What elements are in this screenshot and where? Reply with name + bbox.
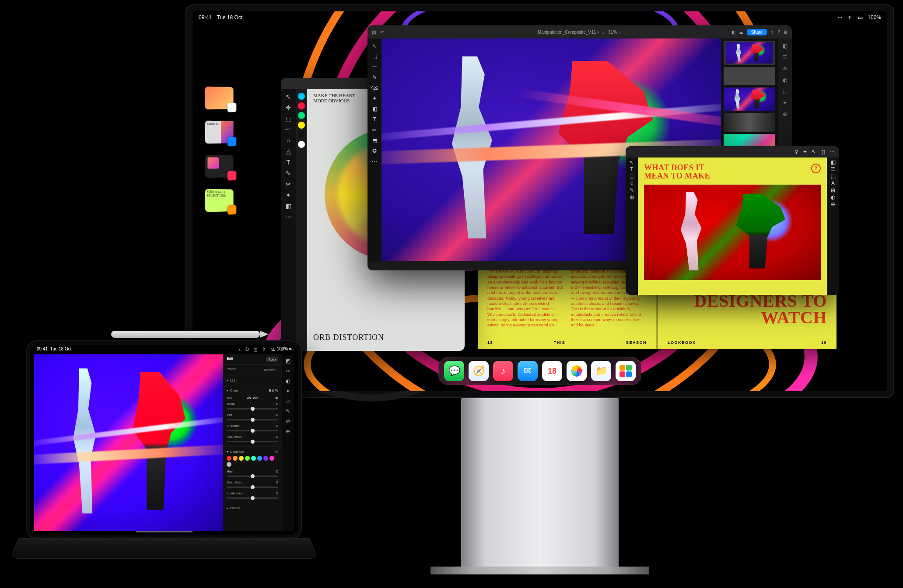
crop-tool-icon[interactable]: ✂ [284, 179, 293, 189]
slider-track[interactable] [227, 476, 278, 477]
swatch[interactable] [298, 141, 305, 148]
selection-tool-icon[interactable]: ⬚ [370, 52, 379, 61]
page-image-frame[interactable] [644, 185, 821, 280]
dock-calendar[interactable]: 18 [542, 361, 562, 381]
colormix-swatch[interactable] [251, 456, 256, 461]
expand-icon[interactable]: ▾ [227, 450, 228, 454]
target-icon[interactable]: ◎ [275, 450, 278, 454]
dock-files[interactable]: 📁 [591, 361, 611, 381]
text-tool-icon[interactable]: T [630, 166, 633, 172]
swatch[interactable] [298, 112, 305, 119]
develop-canvas[interactable] [34, 354, 223, 531]
sidebar-toggle-icon[interactable]: ▤ [372, 30, 376, 35]
swatch[interactable] [298, 93, 305, 100]
layer-thumbnail[interactable] [724, 41, 775, 65]
slider-track[interactable] [227, 486, 278, 488]
optics-icon[interactable]: ⊘ [284, 417, 292, 425]
heal-tool-icon[interactable]: ✪ [370, 146, 379, 156]
cloud-icon[interactable]: ☁ [739, 30, 743, 35]
layer-thumbnail[interactable] [724, 113, 775, 132]
zoom-level[interactable]: 31% [608, 30, 617, 35]
slider-knob[interactable] [251, 418, 255, 422]
table-tool-icon[interactable]: ⊞ [630, 194, 634, 200]
stage-item-music[interactable] [205, 155, 234, 178]
colormix-swatch[interactable] [233, 456, 238, 461]
light-icon[interactable]: ✦ [284, 387, 292, 395]
dock-photos[interactable] [567, 361, 587, 381]
more-icon[interactable]: ⋯ [830, 149, 835, 155]
colormix-swatch[interactable] [227, 462, 231, 467]
geometry-icon[interactable]: ▱ [284, 397, 292, 405]
dock-messages[interactable]: 💬 [444, 361, 464, 381]
more-icon[interactable]: ⋯ [370, 157, 379, 166]
search-icon[interactable]: ⚲ [794, 149, 798, 155]
expand-icon[interactable]: ▾ [227, 388, 228, 392]
adjust-icon[interactable]: ⚙ [780, 64, 790, 74]
ellipse-tool-icon[interactable]: ○ [284, 136, 293, 145]
help-icon[interactable]: ? [777, 30, 780, 35]
home-indicator[interactable] [136, 531, 192, 532]
stage-item-doc[interactable]: Studio 21 [205, 121, 234, 144]
wb-value[interactable]: As Shot [247, 396, 258, 400]
stage-item-photos[interactable] [205, 87, 234, 110]
colormix-swatch[interactable] [245, 456, 250, 461]
slider-track[interactable] [227, 497, 278, 499]
slider-track[interactable] [227, 430, 278, 431]
shape-tool-icon[interactable]: ⬒ [370, 136, 379, 145]
slider-knob[interactable] [251, 474, 255, 478]
panels-icon[interactable]: ◫ [820, 149, 825, 155]
pen-curve-icon[interactable]: 〰 [284, 125, 293, 134]
frame-tool-icon[interactable]: ⬚ [630, 173, 634, 179]
dock[interactable]: 💬 🧭 ♪ ✉ 18 📁 [438, 357, 641, 385]
fx-tool-icon[interactable]: ✦ [284, 190, 293, 200]
tab-auto[interactable]: Auto [266, 357, 278, 362]
paragraph-icon[interactable]: ☰ [831, 166, 836, 172]
undo-icon[interactable]: ↶ [380, 30, 384, 35]
share-icon[interactable]: ⇧ [280, 346, 284, 353]
fill-tool-icon[interactable]: ◧ [284, 201, 293, 211]
publisher-page[interactable]: WHAT DOES IT MEAN TO MAKE ? [638, 158, 827, 295]
more-icon[interactable]: ⋯ [289, 346, 294, 353]
move-tool-icon[interactable]: ↖ [284, 92, 293, 102]
crop-icon[interactable]: ◩ [284, 357, 292, 365]
node-tool-icon[interactable]: ✥ [284, 103, 293, 112]
panel-icon[interactable]: ◧ [831, 159, 836, 165]
mask-icon[interactable]: ◐ [284, 377, 292, 385]
stage-item-note[interactable]: SHOOT RD 3 SELECTIONS [205, 189, 234, 212]
tab-browse[interactable]: Browse [261, 367, 278, 373]
layer-thumbnail[interactable] [724, 88, 775, 111]
pen-tool-icon[interactable]: ✎ [630, 187, 634, 193]
colormix-swatch[interactable] [257, 456, 262, 461]
history-icon[interactable]: ⧖ [254, 346, 257, 353]
color-icon[interactable]: ◐ [831, 194, 835, 200]
crop-tool-icon[interactable]: ✂ [370, 125, 379, 135]
settings-icon[interactable]: ⚙ [784, 30, 788, 35]
dock-safari[interactable]: 🧭 [469, 361, 489, 381]
publisher-titlebar[interactable]: ⚲ ✦ ↖ ◫ ⋯ [626, 146, 839, 158]
rect-tool-icon[interactable]: ⬚ [284, 114, 293, 123]
share-button[interactable]: Share [747, 29, 767, 35]
section-light[interactable]: Light [230, 378, 278, 382]
slider-knob[interactable] [251, 429, 255, 433]
publisher-window[interactable]: ⚲ ✦ ↖ ◫ ⋯ ↖ T ⬚ ○ ✎ ⊞ WHAT DOES IT MEAN … [626, 146, 839, 295]
export-icon[interactable]: ⇪ [262, 346, 266, 353]
swatch[interactable] [298, 102, 305, 109]
detail-icon[interactable]: ✎ [284, 407, 292, 415]
character-icon[interactable]: A [831, 180, 835, 186]
pointer-icon[interactable]: ↖ [812, 149, 816, 155]
export-icon[interactable]: ⇪ [770, 30, 774, 35]
layer-thumbnail[interactable] [724, 67, 775, 85]
erase-tool-icon[interactable]: ⌫ [370, 83, 379, 93]
section-color[interactable]: Color [230, 388, 269, 392]
text-tool-icon[interactable]: T [370, 115, 379, 124]
grid-icon[interactable]: ⊞ [831, 187, 835, 193]
panel-toggle-icon[interactable]: ◧ [780, 41, 790, 51]
text-tool-icon[interactable]: T [284, 158, 293, 167]
pencil-tool-icon[interactable]: ✎ [284, 168, 293, 178]
chevron-down-icon[interactable]: ⌄ [602, 30, 605, 35]
slider-track[interactable] [227, 441, 278, 442]
colormix-swatch[interactable] [263, 456, 268, 461]
section-effects[interactable]: Effects [230, 506, 278, 510]
heal-icon[interactable]: ✂ [284, 367, 292, 375]
move-tool-icon[interactable]: ↖ [370, 41, 379, 51]
